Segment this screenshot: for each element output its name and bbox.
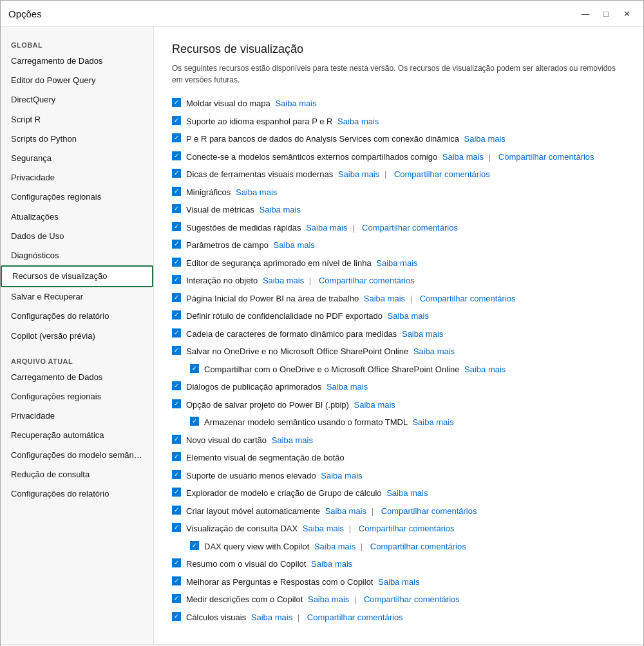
checkbox-salvar-onedrive[interactable] [172,346,181,355]
saiba-link-cadeia-caracteres[interactable]: Saiba mais [402,329,443,339]
saiba-link-p-e-r-analysis[interactable]: Saiba mais [464,134,506,144]
sidebar-item-privacidade[interactable]: Privacidade [1,168,153,187]
checkbox-conecte-modelos[interactable] [172,151,181,160]
sidebar-item-dados-uso[interactable]: Dados de Uso [1,227,153,246]
saiba-link-melhorar-perguntas[interactable]: Saiba mais [378,577,419,587]
saiba-link-editor-seguranca[interactable]: Saiba mais [376,258,417,268]
checkbox-pagina-inicial[interactable] [172,293,181,302]
saiba-link-dialogos-publicacao[interactable]: Saiba mais [327,382,368,392]
sidebar-item-recursos-visualizacao[interactable]: Recursos de visualização [1,265,153,287]
sidebar-item-configuracoes-relatorio-arquivo[interactable]: Configurações do relatório [1,484,153,504]
saiba-link-suporte-usuario[interactable]: Saiba mais [321,471,362,480]
sidebar-item-salvar-recuperar[interactable]: Salvar e Recuperar [1,287,153,307]
compartilhar-link-calculos-visuais[interactable]: Compartilhar comentários [307,613,403,622]
checkbox-parametros-campo[interactable] [172,240,181,249]
saiba-link-medir-descricoes[interactable]: Saiba mais [308,594,349,604]
saiba-link-explorador-modelo[interactable]: Saiba mais [386,488,428,498]
title-bar: Opções — □ ✕ [1,1,643,27]
checkbox-cadeia-caracteres[interactable] [172,328,181,337]
sidebar-item-script-r[interactable]: Script R [1,110,153,129]
maximize-button[interactable]: □ [597,6,615,21]
feature-text-interacao-objeto: Interação no objeto Saiba mais | Compart… [186,274,625,287]
saiba-link-moldar-visual[interactable]: Saiba mais [275,99,316,108]
sidebar-item-carregamento-dados[interactable]: Carregamento de Dados [1,52,153,71]
saiba-link-interacao-objeto[interactable]: Saiba mais [263,276,304,285]
sidebar-item-configuracoes-regionais[interactable]: Configurações regionais [1,187,153,207]
sidebar-item-diagnosticos[interactable]: Diagnósticos [1,246,153,265]
compartilhar-link-interacao-objeto[interactable]: Compartilhar comentários [319,276,415,285]
checkbox-dicas-ferramentas[interactable] [172,169,181,178]
sidebar-item-carregamento-dados-arquivo[interactable]: Carregamento de Dados [1,368,153,387]
arquivo-section-label: ARQUIVO ATUAL [1,351,153,368]
saiba-link-visualizacao-dax[interactable]: Saiba mais [303,524,344,533]
saiba-link-parametros-campo[interactable]: Saiba mais [274,240,315,250]
checkbox-sugestoes-medidas[interactable] [172,222,181,231]
checkbox-melhorar-perguntas[interactable] [172,576,181,585]
compartilhar-link-dicas-ferramentas[interactable]: Compartilhar comentários [394,169,490,179]
saiba-link-visual-metricas[interactable]: Saiba mais [260,205,301,214]
checkbox-resumo-copilot[interactable] [172,558,181,567]
checkbox-armazenar-modelo[interactable] [190,417,199,426]
compartilhar-link-dax-query-copilot[interactable]: Compartilhar comentários [370,542,466,551]
checkbox-editor-seguranca[interactable] [172,258,181,267]
sidebar-item-configuracoes-modelo[interactable]: Configurações do modelo semân… [1,446,153,465]
saiba-link-rotulo-confidencialidade[interactable]: Saiba mais [388,311,429,321]
separator-conecte-modelos: | [489,152,491,162]
saiba-link-opcao-salvar-projeto[interactable]: Saiba mais [354,400,395,410]
compartilhar-link-medir-descricoes[interactable]: Compartilhar comentários [364,594,460,604]
sidebar-item-reducao-consulta[interactable]: Redução de consulta [1,465,153,484]
checkbox-medir-descricoes[interactable] [172,594,181,603]
sidebar-item-configuracoes-regionais-arquivo[interactable]: Configurações regionais [1,387,153,406]
sidebar-item-atualizacoes[interactable]: Atualizações [1,207,153,227]
saiba-link-suporte-idioma[interactable]: Saiba mais [337,117,379,126]
saiba-link-resumo-copilot[interactable]: Saiba mais [311,559,352,569]
compartilhar-link-criar-layout[interactable]: Compartilhar comentários [381,506,477,516]
checkbox-explorador-modelo[interactable] [172,488,181,497]
saiba-link-sugestoes-medidas[interactable]: Saiba mais [306,223,347,233]
minimize-button[interactable]: — [576,6,594,21]
checkbox-novo-visual-cartao[interactable] [172,435,181,444]
saiba-link-criar-layout[interactable]: Saiba mais [325,506,366,516]
checkbox-visualizacao-dax[interactable] [172,523,181,532]
checkbox-interacao-objeto[interactable] [172,275,181,284]
checkbox-minigraficos[interactable] [172,187,181,196]
checkbox-rotulo-confidencialidade[interactable] [172,310,181,319]
sidebar-item-privacidade-arquivo[interactable]: Privacidade [1,406,153,426]
compartilhar-link-pagina-inicial[interactable]: Compartilhar comentários [420,294,516,303]
saiba-link-calculos-visuais[interactable]: Saiba mais [251,613,292,622]
saiba-link-compartilhar-onedrive[interactable]: Saiba mais [464,365,506,374]
saiba-link-pagina-inicial[interactable]: Saiba mais [364,294,405,303]
checkbox-suporte-idioma[interactable] [172,116,181,125]
checkbox-visual-metricas[interactable] [172,204,181,213]
saiba-link-conecte-modelos[interactable]: Saiba mais [442,152,484,162]
checkbox-calculos-visuais[interactable] [172,612,181,621]
checkbox-p-e-r-analysis[interactable] [172,133,181,142]
checkbox-moldar-visual[interactable] [172,98,181,107]
compartilhar-link-visualizacao-dax[interactable]: Compartilhar comentários [359,524,455,533]
sidebar-item-editor-power-query[interactable]: Editor do Power Query [1,71,153,90]
saiba-link-salvar-onedrive[interactable]: Saiba mais [413,347,455,356]
compartilhar-link-sugestoes-medidas[interactable]: Compartilhar comentários [362,223,458,233]
compartilhar-link-conecte-modelos[interactable]: Compartilhar comentários [498,152,594,162]
checkbox-opcao-salvar-projeto[interactable] [172,399,181,408]
saiba-link-dax-query-copilot[interactable]: Saiba mais [314,542,355,551]
sidebar-item-directquery[interactable]: DirectQuery [1,90,153,109]
close-button[interactable]: ✕ [618,6,636,21]
sidebar-item-recuperacao-automatica[interactable]: Recuperação automática [1,426,153,445]
saiba-link-minigraficos[interactable]: Saiba mais [236,187,277,197]
feature-item-criar-layout: Criar layout móvel automaticamente Saiba… [172,505,625,518]
sidebar-item-configuracoes-relatorio[interactable]: Configurações do relatório [1,307,153,326]
checkbox-criar-layout[interactable] [172,506,181,515]
sidebar-item-copilot[interactable]: Copilot (versão prévia) [1,327,153,346]
checkbox-compartilhar-onedrive[interactable] [190,364,199,373]
checkbox-suporte-usuario[interactable] [172,470,181,479]
checkbox-elemento-segmentacao[interactable] [172,452,181,461]
saiba-link-novo-visual-cartao[interactable]: Saiba mais [272,435,313,445]
saiba-link-armazenar-modelo[interactable]: Saiba mais [412,417,453,427]
checkbox-dax-query-copilot[interactable] [190,541,199,550]
feature-text-elemento-segmentacao: Elemento visual de segmentação de botão [186,451,625,464]
sidebar-item-scripts-python[interactable]: Scripts do Python [1,129,153,149]
checkbox-dialogos-publicacao[interactable] [172,381,181,390]
sidebar-item-seguranca[interactable]: Segurança [1,149,153,168]
saiba-link-dicas-ferramentas[interactable]: Saiba mais [338,169,379,179]
